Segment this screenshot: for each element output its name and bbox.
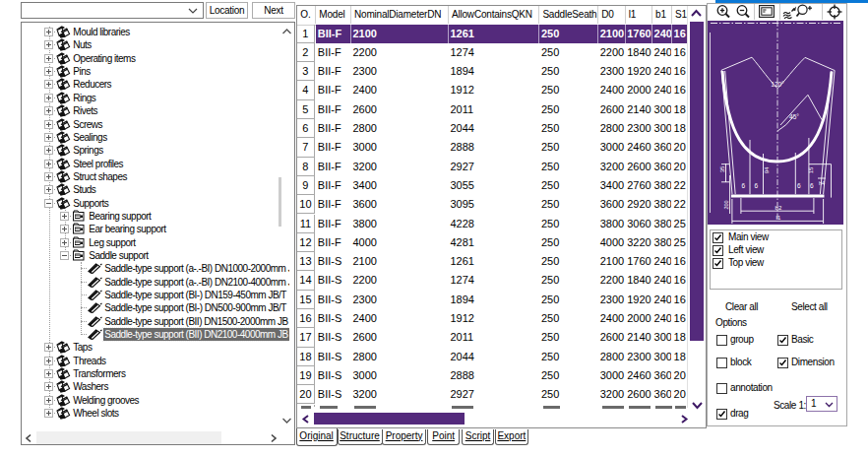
svg-text:94: 94 <box>763 166 769 173</box>
svg-text:45°: 45° <box>789 112 799 119</box>
svg-text:l1: l1 <box>775 214 780 220</box>
svg-text:200: 200 <box>722 200 728 209</box>
svg-text:120°: 120° <box>771 81 784 88</box>
svg-text:h4: h4 <box>818 180 824 186</box>
svg-text:35: 35 <box>718 165 724 172</box>
svg-text:6: 6 <box>754 182 758 189</box>
svg-text:6: 6 <box>796 182 800 189</box>
svg-text:15: 15 <box>807 166 813 173</box>
svg-text:6: 6 <box>741 182 745 189</box>
svg-text:6: 6 <box>810 182 814 189</box>
svg-text:b2: b2 <box>775 204 781 210</box>
